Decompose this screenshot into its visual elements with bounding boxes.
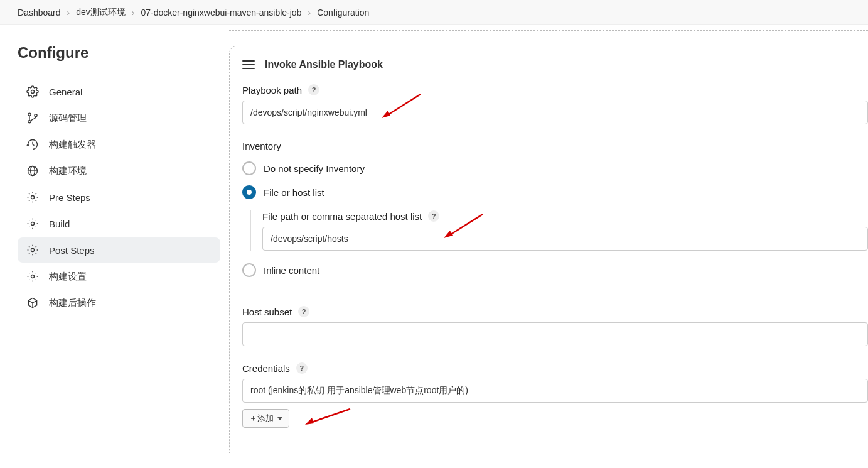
previous-step-divider [229, 30, 868, 31]
svg-point-9 [31, 275, 35, 278]
sidebar-item-label: 构建触发器 [49, 139, 96, 151]
chevron-right-icon: › [67, 8, 70, 18]
inventory-label: Inventory [242, 141, 281, 151]
sidebar-item-settings[interactable]: 构建设置 [18, 264, 220, 289]
sidebar: Configure General 源码管理 构建触发器 构建环境 Pre St… [0, 25, 229, 453]
breadcrumb-item[interactable]: Configuration [317, 8, 369, 18]
gear-icon [26, 85, 39, 98]
sidebar-item-label: 构建环境 [49, 165, 87, 177]
breadcrumb-item[interactable]: Dashboard [18, 8, 61, 18]
host-subset-input[interactable] [242, 322, 868, 346]
radio-label: File or host list [264, 187, 324, 198]
gear-icon [26, 244, 39, 256]
sidebar-item-build[interactable]: Build [18, 211, 220, 236]
inventory-radio-file[interactable]: File or host list [242, 185, 868, 199]
svg-point-7 [31, 222, 35, 226]
radio-icon [242, 161, 256, 175]
help-icon[interactable]: ? [308, 84, 319, 95]
help-icon[interactable]: ? [428, 210, 439, 222]
radio-icon [242, 185, 256, 199]
radio-icon [242, 263, 256, 277]
add-button-label: 添加 [257, 413, 274, 424]
drag-handle-icon[interactable] [242, 60, 255, 69]
playbook-path-input[interactable] [242, 101, 868, 124]
main-content: Invoke Ansible Playbook Playbook path ? … [229, 25, 868, 453]
svg-point-8 [31, 249, 35, 252]
sidebar-item-label: 源码管理 [49, 112, 87, 124]
sidebar-item-post-steps[interactable]: Post Steps [18, 237, 220, 263]
chevron-right-icon: › [308, 8, 311, 18]
credentials-select[interactable] [242, 379, 868, 403]
file-path-input[interactable] [262, 227, 868, 251]
breadcrumb-item[interactable]: 07-docker-nginxwebui-maven-ansible-job [141, 8, 301, 18]
svg-point-2 [28, 121, 31, 123]
ansible-step-card: Invoke Ansible Playbook Playbook path ? … [229, 46, 868, 453]
box-icon [26, 297, 39, 309]
sidebar-item-label: Pre Steps [49, 192, 90, 203]
sidebar-item-label: 构建后操作 [49, 297, 96, 309]
breadcrumb-item[interactable]: dev测试环境 [76, 7, 126, 18]
plus-icon: ＋ [249, 413, 257, 424]
chevron-right-icon: › [132, 8, 135, 18]
step-title: Invoke Ansible Playbook [265, 59, 383, 70]
branch-icon [26, 112, 39, 124]
sidebar-item-label: Build [49, 219, 70, 229]
sidebar-item-postbuild[interactable]: 构建后操作 [18, 290, 220, 315]
sidebar-item-label: 构建设置 [49, 271, 87, 283]
add-credentials-button[interactable]: ＋添加 [242, 409, 289, 428]
svg-point-0 [31, 90, 35, 94]
radio-label: Inline content [264, 265, 319, 276]
inventory-radio-none[interactable]: Do not specify Inventory [242, 161, 868, 175]
chevron-down-icon [277, 417, 282, 420]
clock-icon [26, 138, 39, 151]
page-title: Configure [18, 44, 220, 62]
svg-point-3 [35, 114, 37, 117]
svg-point-1 [28, 113, 31, 116]
radio-label: Do not specify Inventory [264, 163, 365, 174]
inventory-radio-inline[interactable]: Inline content [242, 263, 868, 277]
sidebar-item-pre-steps[interactable]: Pre Steps [18, 185, 220, 210]
gear-icon [26, 217, 39, 230]
playbook-path-label: Playbook path [242, 85, 302, 95]
file-path-label: File path or comma separated host list [262, 211, 422, 222]
sidebar-item-label: General [49, 87, 82, 97]
breadcrumb: Dashboard › dev测试环境 › 07-docker-nginxweb… [0, 0, 868, 25]
host-subset-label: Host subset [242, 307, 292, 317]
globe-icon [26, 165, 39, 177]
sidebar-item-label: Post Steps [49, 245, 95, 256]
sidebar-item-triggers[interactable]: 构建触发器 [18, 132, 220, 157]
sidebar-item-scm[interactable]: 源码管理 [18, 106, 220, 131]
svg-point-6 [31, 196, 35, 199]
help-icon[interactable]: ? [296, 362, 308, 374]
gear-icon [26, 270, 39, 283]
sidebar-item-env[interactable]: 构建环境 [18, 158, 220, 183]
gear-icon [26, 191, 39, 204]
credentials-label: Credentials [242, 363, 290, 374]
help-icon[interactable]: ? [298, 306, 309, 317]
sidebar-item-general[interactable]: General [18, 79, 220, 104]
